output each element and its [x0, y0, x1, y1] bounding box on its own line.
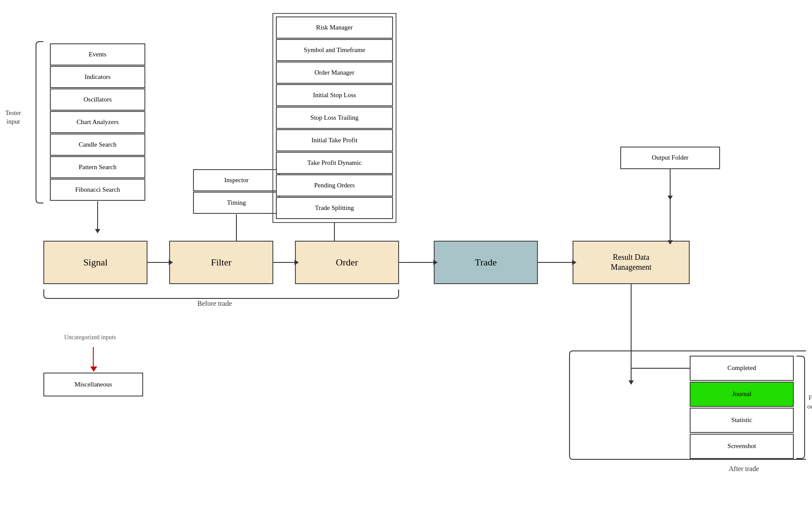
box-trade-splitting: Trade Splitting	[276, 197, 393, 219]
diagram: TesterinputEventsIndicatorsOscillatorsCh…	[0, 0, 812, 514]
label-uncategorized-i: Uncategorized inputs	[64, 334, 116, 341]
box-trade: Trade	[434, 241, 538, 284]
box-filter: Filter	[169, 241, 273, 284]
rect	[569, 350, 806, 460]
box-fibonacci-search: Fibonacci Search	[50, 179, 145, 201]
box-miscellaneous: Miscellaneous	[43, 373, 143, 396]
box-signal: Signal	[43, 241, 147, 284]
box-symbol-and-timeframe: Symbol and Timeframe	[276, 39, 393, 61]
label-after-trade: After trade	[729, 465, 759, 473]
box-order-manager: Order Manager	[276, 62, 393, 84]
box-take-profit-dynamic: Take Profit Dynamic	[276, 152, 393, 174]
rect	[36, 41, 43, 203]
box-pending-orders: Pending Orders	[276, 174, 393, 196]
box-pattern-search: Pattern Search	[50, 156, 145, 178]
box-candle-search: Candle Search	[50, 134, 145, 156]
label-output: output	[807, 403, 812, 410]
box-oscillators: Oscillators	[50, 88, 145, 111]
box-order: Order	[295, 241, 399, 284]
box-inspector: Inspector	[193, 169, 280, 191]
box-initial-stop-loss: Initial Stop Loss	[276, 84, 393, 106]
box-events: Events	[50, 43, 145, 65]
label-tester: Tester	[5, 109, 21, 117]
label-file: File	[809, 394, 812, 402]
box-timing: Timing	[193, 192, 280, 214]
box-output-folder: Output Folder	[620, 147, 720, 169]
box-indicators: Indicators	[50, 66, 145, 88]
box-initial-take-profit: Initial Take Profit	[276, 129, 393, 151]
box-chart-analyzers: Chart Analyzers	[50, 111, 145, 133]
box-stop-loss-trailing: Stop Loss Trailing	[276, 107, 393, 129]
box-result-data-manageme: Result DataManagement	[573, 241, 690, 284]
box-risk-manager: Risk Manager	[276, 16, 393, 39]
rect	[43, 289, 399, 299]
label-before-trade: Before trade	[197, 300, 232, 308]
label-input: input	[7, 118, 20, 125]
